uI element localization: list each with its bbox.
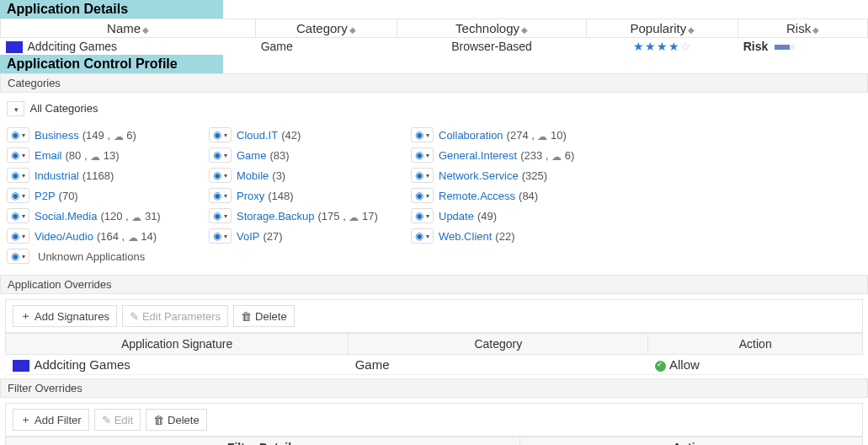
action-dropdown[interactable]: ◉▾ bbox=[7, 228, 29, 244]
col-filter-details[interactable]: Filter Details bbox=[6, 437, 520, 445]
action-dropdown[interactable]: ◉▾ bbox=[411, 188, 434, 203]
action-dropdown[interactable]: ◉▾ bbox=[411, 147, 434, 163]
action-dropdown[interactable]: ◉▾ bbox=[7, 249, 29, 264]
action-dropdown[interactable]: ◉▾ bbox=[209, 168, 232, 183]
action-dropdown[interactable]: ◉▾ bbox=[209, 208, 232, 223]
col-category[interactable]: Category bbox=[349, 334, 648, 355]
action-dropdown[interactable]: ◉▾ bbox=[209, 147, 232, 163]
add-filter-button[interactable]: ＋Add Filter bbox=[13, 409, 89, 431]
col-name[interactable]: Name◆ bbox=[1, 19, 256, 38]
edit-button[interactable]: ✎Edit bbox=[94, 409, 141, 431]
all-categories-label: All Categories bbox=[30, 102, 99, 115]
risk-bar bbox=[775, 45, 790, 50]
category-link[interactable]: Collaboration bbox=[439, 129, 503, 142]
category-link[interactable]: Business bbox=[35, 129, 79, 142]
category-link[interactable]: Update bbox=[439, 210, 474, 222]
category-item[interactable]: ◉▾Social.Media (120 , ☁ 31) bbox=[7, 206, 184, 226]
category-link[interactable]: Industrial bbox=[35, 169, 79, 182]
col-popularity[interactable]: Popularity◆ bbox=[587, 19, 738, 38]
col-risk[interactable]: Risk◆ bbox=[738, 19, 868, 38]
app-details-header: Application Details bbox=[0, 0, 223, 19]
action-dropdown[interactable]: ◉▾ bbox=[7, 127, 29, 142]
eye-icon: ◉ bbox=[213, 230, 221, 242]
action-dropdown[interactable]: ◉▾ bbox=[209, 127, 232, 142]
all-categories-dropdown[interactable]: ▾ bbox=[7, 101, 24, 116]
action-dropdown[interactable]: ◉▾ bbox=[411, 127, 434, 142]
app-row[interactable]: Addciting Games Game Browser-Based ★★★★☆… bbox=[1, 38, 868, 56]
category-link[interactable]: P2P bbox=[35, 190, 56, 202]
eye-icon: ◉ bbox=[213, 210, 221, 222]
category-link[interactable]: General.Interest bbox=[439, 149, 517, 162]
category-item[interactable]: ◉▾Remote.Access (84) bbox=[411, 185, 588, 206]
category-item[interactable]: ◉▾Unknown Applications bbox=[7, 246, 184, 266]
delete-button[interactable]: 🗑Delete bbox=[233, 305, 295, 327]
edit-parameters-button[interactable]: ✎Edit Parameters bbox=[122, 305, 228, 327]
category-item[interactable]: ◉▾VoIP (27) bbox=[209, 226, 386, 246]
category-item[interactable]: ◉▾Collaboration (274 , ☁ 10) bbox=[411, 125, 588, 145]
trash-icon: 🗑 bbox=[241, 310, 252, 323]
col-technology[interactable]: Technology◆ bbox=[397, 19, 587, 38]
override-row[interactable]: Addciting Games Game Allow bbox=[6, 355, 863, 375]
action-dropdown[interactable]: ◉▾ bbox=[209, 188, 232, 203]
category-link[interactable]: Video/Audio bbox=[35, 230, 93, 243]
app-overrides-toolbar: ＋Add Signatures ✎Edit Parameters 🗑Delete bbox=[5, 299, 863, 333]
app-details-table: Name◆ Category◆ Technology◆ Popularity◆ … bbox=[0, 19, 868, 55]
category-link[interactable]: Remote.Access bbox=[439, 190, 515, 202]
category-item[interactable]: ◉▾P2P (70) bbox=[7, 185, 184, 206]
eye-icon: ◉ bbox=[11, 169, 19, 181]
delete-filter-button[interactable]: 🗑Delete bbox=[146, 409, 207, 431]
category-item[interactable]: ◉▾Storage.Backup (175 , ☁ 17) bbox=[209, 206, 386, 226]
category-item[interactable]: ◉▾Proxy (148) bbox=[209, 185, 386, 206]
cloud-icon: ☁ bbox=[349, 211, 359, 222]
action-dropdown[interactable]: ◉▾ bbox=[7, 168, 29, 183]
category-item[interactable]: ◉▾General.Interest (233 , ☁ 6) bbox=[411, 145, 588, 165]
col-filter-action[interactable]: Action bbox=[519, 437, 862, 445]
eye-icon: ◉ bbox=[415, 149, 423, 161]
category-item[interactable]: ◉▾Business (149 , ☁ 6) bbox=[7, 125, 184, 145]
action-dropdown[interactable]: ◉▾ bbox=[411, 208, 434, 223]
category-item[interactable]: ◉▾Video/Audio (164 , ☁ 14) bbox=[7, 226, 184, 246]
category-link[interactable]: Storage.Backup bbox=[237, 210, 315, 222]
cloud-icon: ☁ bbox=[537, 130, 547, 142]
col-category[interactable]: Category◆ bbox=[256, 19, 397, 38]
eye-icon: ◉ bbox=[11, 129, 19, 141]
category-link[interactable]: Game bbox=[237, 149, 266, 162]
col-action[interactable]: Action bbox=[648, 334, 863, 355]
category-item[interactable]: ◉▾Game (83) bbox=[209, 145, 386, 165]
allow-icon bbox=[655, 361, 666, 372]
category-link[interactable]: VoIP bbox=[237, 230, 259, 243]
pencil-icon: ✎ bbox=[102, 414, 111, 426]
col-signature[interactable]: Application Signature bbox=[6, 334, 349, 355]
category-item[interactable]: ◉▾Web.Client (22) bbox=[411, 226, 588, 246]
eye-icon: ◉ bbox=[415, 190, 423, 201]
add-signatures-button[interactable]: ＋Add Signatures bbox=[13, 305, 117, 327]
category-count: (1168) bbox=[83, 169, 114, 182]
category-link[interactable]: Network.Service bbox=[439, 169, 519, 182]
category-link[interactable]: Web.Client bbox=[439, 230, 492, 243]
action-dropdown[interactable]: ◉▾ bbox=[7, 208, 29, 223]
category-count: (22) bbox=[495, 230, 514, 243]
action-dropdown[interactable]: ◉▾ bbox=[411, 168, 434, 183]
category-link[interactable]: Cloud.IT bbox=[237, 129, 278, 142]
category-item[interactable]: ◉▾Update (49) bbox=[411, 206, 588, 226]
action-dropdown[interactable]: ◉▾ bbox=[411, 228, 434, 244]
category-item[interactable]: ◉▾Network.Service (325) bbox=[411, 165, 588, 185]
category-link[interactable]: Email bbox=[35, 149, 62, 162]
category-item[interactable]: ◉▾Industrial (1168) bbox=[7, 165, 184, 185]
category-link[interactable]: Mobile bbox=[237, 169, 269, 182]
category-count: (233 , ☁ 6) bbox=[520, 149, 574, 163]
cloud-icon: ☁ bbox=[114, 130, 124, 142]
eye-icon: ◉ bbox=[415, 210, 423, 222]
category-count: (148) bbox=[268, 190, 293, 202]
category-item[interactable]: ◉▾Mobile (3) bbox=[209, 165, 386, 185]
category-link[interactable]: Social.Media bbox=[35, 210, 97, 222]
action-dropdown[interactable]: ◉▾ bbox=[7, 147, 29, 163]
category-item[interactable]: ◉▾Cloud.IT (42) bbox=[209, 125, 386, 145]
category-count: (42) bbox=[281, 129, 301, 142]
action-dropdown[interactable]: ◉▾ bbox=[7, 188, 29, 203]
profile-header: Application Control Profile bbox=[0, 55, 223, 73]
category-link[interactable]: Proxy bbox=[237, 190, 264, 202]
category-item[interactable]: ◉▾Email (80 , ☁ 13) bbox=[7, 145, 184, 165]
filter-overrides-header: Filter Overrides bbox=[0, 378, 868, 398]
action-dropdown[interactable]: ◉▾ bbox=[209, 228, 232, 244]
